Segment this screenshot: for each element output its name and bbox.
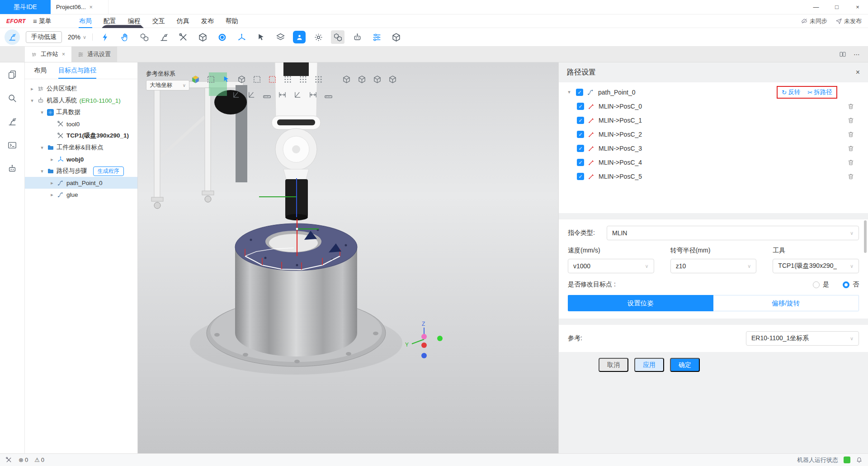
cancel-button[interactable]: 取消: [599, 358, 628, 372]
tools-status-icon[interactable]: [5, 456, 12, 463]
speed-select[interactable]: v1000 ∨: [568, 259, 654, 273]
menu-item-program[interactable]: 编程: [122, 14, 146, 28]
generate-program-button[interactable]: 生成程序: [93, 166, 124, 176]
tree-item-path-point-0[interactable]: ▸ path_Point_0: [25, 177, 137, 189]
parameter-sliders-icon[interactable]: [370, 30, 383, 44]
debug-robot-icon[interactable]: [7, 117, 17, 127]
caret-right-icon[interactable]: ▸: [49, 180, 55, 186]
path-item-row[interactable]: ✓ MLIN->PosC_0: [559, 99, 868, 113]
warning-counter[interactable]: ⚠ 0: [34, 456, 44, 463]
sync-status[interactable]: 未同步: [801, 17, 827, 25]
menu-item-simulate[interactable]: 仿真: [171, 14, 195, 28]
path-item-row[interactable]: ✓ MLIN->PosC_1: [559, 113, 868, 127]
radio-no[interactable]: 否: [843, 281, 859, 289]
caret-right-icon[interactable]: ▸: [29, 86, 35, 92]
path-item-row[interactable]: ✓ MLIN->PosC_5: [559, 169, 868, 183]
dot-grid-2-icon[interactable]: [299, 75, 307, 84]
cubes-group-icon[interactable]: [331, 30, 344, 44]
tree-item-paths-steps[interactable]: ▾ 路径与步骤 生成程序: [25, 165, 137, 177]
delete-icon[interactable]: [847, 159, 854, 166]
cube-small-icon[interactable]: [237, 75, 246, 84]
delete-icon[interactable]: [847, 117, 854, 124]
menu-item-config[interactable]: 配置: [98, 14, 122, 28]
delete-icon[interactable]: [847, 131, 854, 138]
command-type-select[interactable]: MLIN ∨: [607, 226, 859, 240]
error-counter[interactable]: ⊗ 0: [19, 456, 28, 463]
tree-item-workpiece-coords[interactable]: ▾ 工件坐标&目标点: [25, 142, 137, 153]
view-cube-icon[interactable]: [191, 75, 200, 84]
caret-down-icon[interactable]: ▾: [566, 89, 572, 95]
cube-gear-icon[interactable]: [311, 30, 325, 44]
drag-hand-icon[interactable]: [118, 30, 132, 44]
checkbox-checked[interactable]: ✓: [576, 89, 583, 96]
close-button[interactable]: ×: [847, 0, 868, 14]
3d-scene[interactable]: Z Y: [138, 62, 558, 453]
mode-button[interactable]: 手动低速: [26, 31, 62, 43]
checkbox-checked[interactable]: ✓: [577, 131, 584, 138]
radio-yes[interactable]: 是: [813, 281, 829, 289]
menu-item-interact[interactable]: 交互: [146, 14, 171, 28]
caret-down-icon[interactable]: ▾: [29, 98, 35, 104]
checkbox-checked[interactable]: ✓: [577, 173, 584, 180]
checkbox-checked[interactable]: ✓: [577, 103, 584, 110]
jog-robot-icon[interactable]: [157, 30, 170, 44]
terminal-icon[interactable]: [7, 140, 17, 150]
delete-icon[interactable]: [847, 173, 854, 180]
tree-item-tool0[interactable]: tool0: [25, 118, 137, 130]
tool-select[interactable]: TCP1(吸盘390x290_ ∨: [773, 259, 859, 273]
package-cube-icon[interactable]: [389, 30, 403, 44]
subtab-layout[interactable]: 布局: [34, 67, 47, 79]
offset-rotate-button[interactable]: 偏移/旋转: [713, 295, 859, 311]
angle-measure-icon[interactable]: [232, 90, 241, 99]
record-target-icon[interactable]: [215, 30, 229, 44]
speed-dropdown[interactable]: 20%∨: [68, 33, 93, 41]
subtab-targets-paths[interactable]: 目标点与路径: [58, 67, 96, 79]
set-square-icon[interactable]: [247, 90, 256, 99]
cube-view-icon[interactable]: [196, 30, 209, 44]
checkbox-checked[interactable]: ✓: [577, 159, 584, 166]
robot-pick-icon[interactable]: [350, 30, 364, 44]
ok-button[interactable]: 确定: [670, 358, 700, 372]
blend-radius-select[interactable]: z10 ∨: [670, 259, 757, 273]
robot-icon[interactable]: [7, 164, 17, 174]
path-root-row[interactable]: ▾ ✓ path_Point_0 ↻反转 ✂拆路径: [559, 85, 868, 99]
minimize-button[interactable]: —: [806, 0, 826, 14]
menu-label[interactable]: 菜单: [39, 17, 52, 25]
snap-dots-icon[interactable]: [314, 75, 323, 84]
protractor-icon[interactable]: [293, 90, 302, 99]
delete-icon[interactable]: [847, 145, 854, 152]
component-boxes-icon[interactable]: [137, 30, 151, 44]
cube-1-icon[interactable]: [342, 75, 351, 84]
caret-down-icon[interactable]: ▾: [39, 168, 45, 174]
lightning-icon[interactable]: [99, 30, 112, 44]
delete-icon[interactable]: [847, 103, 854, 110]
checkbox-checked[interactable]: ✓: [577, 145, 584, 152]
tree-item-glue[interactable]: ▸ glue: [25, 189, 137, 200]
files-icon[interactable]: [7, 70, 17, 80]
path-item-row[interactable]: ✓ MLIN->PosC_2: [559, 127, 868, 141]
caret-right-icon[interactable]: ▸: [49, 157, 55, 162]
tab-workstation[interactable]: 工作站 ×: [25, 47, 71, 62]
cube-3-icon[interactable]: [373, 75, 382, 84]
dashed-box-icon[interactable]: [253, 75, 261, 84]
reverse-path-button[interactable]: ↻反转: [782, 88, 800, 96]
dot-grid-icon[interactable]: [283, 75, 292, 84]
search-icon[interactable]: [7, 93, 17, 103]
layout-split-icon[interactable]: [839, 51, 846, 58]
ruler-icon[interactable]: [263, 90, 271, 99]
menu-item-help[interactable]: 帮助: [220, 14, 244, 28]
distance-measure-icon[interactable]: [278, 90, 287, 99]
dashed-box-red-icon[interactable]: [268, 75, 277, 84]
save-icon[interactable]: [58, 17, 66, 25]
maximize-button[interactable]: □: [826, 0, 847, 14]
publish-status[interactable]: 未发布: [835, 17, 862, 25]
tree-item-public-area[interactable]: ▸ 公共区域栏: [25, 83, 137, 95]
viewport-3d[interactable]: Z Y 参考坐标系 大地坐标 ∨: [138, 62, 558, 453]
motion-axes-icon[interactable]: [235, 30, 248, 44]
pointer-icon[interactable]: [222, 75, 231, 84]
set-pose-button[interactable]: 设置位姿: [568, 295, 713, 311]
doc-tab-close-icon[interactable]: ×: [90, 4, 93, 10]
tree-item-robot-system[interactable]: ▾ 机器人系统 (ER10-1100_1): [25, 95, 137, 106]
caret-right-icon[interactable]: ▸: [49, 192, 55, 198]
width-measure-icon[interactable]: [309, 90, 317, 99]
